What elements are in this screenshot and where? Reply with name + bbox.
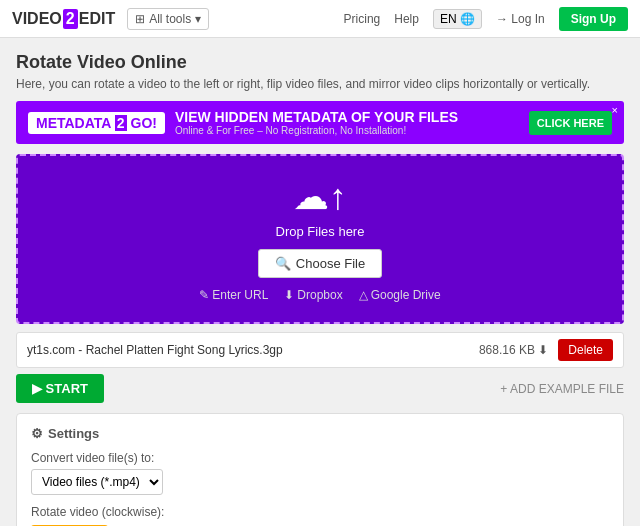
drop-links: ✎ Enter URL ⬇ Dropbox △ Google Drive (38, 288, 602, 302)
settings-box: ⚙ Settings Convert video file(s) to: Vid… (16, 413, 624, 526)
file-row: yt1s.com - Rachel Platten Fight Song Lyr… (16, 332, 624, 368)
link-icon: ✎ (199, 288, 209, 302)
all-tools-label: All tools (149, 12, 191, 26)
gear-icon: ⚙ (31, 426, 43, 441)
convert-select[interactable]: Video files (*.mp4) (31, 469, 163, 495)
header-links: Pricing Help EN 🌐 → Log In Sign Up (344, 7, 628, 31)
google-drive-link[interactable]: △ Google Drive (359, 288, 441, 302)
start-button-top[interactable]: ▶ START (16, 374, 104, 403)
ad-text: VIEW HIDDEN METADATA OF YOUR FILES Onlin… (175, 109, 529, 136)
lang-button[interactable]: EN 🌐 (433, 9, 482, 29)
rotate-label: Rotate video (clockwise): (31, 505, 609, 519)
add-example-link[interactable]: + ADD EXAMPLE FILE (500, 382, 624, 396)
enter-url-link[interactable]: ✎ Enter URL (199, 288, 268, 302)
convert-label: Convert video file(s) to: (31, 451, 609, 465)
header: VIDEO2EDIT ⊞ All tools ▾ Pricing Help EN… (0, 0, 640, 38)
page-content: Rotate Video Online Here, you can rotate… (0, 38, 640, 526)
page-description: Here, you can rotate a video to the left… (16, 77, 624, 91)
ad-cta-button[interactable]: CLICK HERE (529, 111, 612, 135)
ad-title: VIEW HIDDEN METADATA OF YOUR FILES (175, 109, 529, 125)
ad-close-button[interactable]: × (612, 104, 618, 116)
all-tools-button[interactable]: ⊞ All tools ▾ (127, 8, 209, 30)
upload-cloud-icon: ☁↑ (38, 176, 602, 218)
convert-row: Convert video file(s) to: Video files (*… (31, 451, 609, 495)
drive-icon: △ (359, 288, 368, 302)
rotate-row: Rotate video (clockwise): 90° (31, 505, 609, 526)
delete-button[interactable]: Delete (558, 339, 613, 361)
logo: VIDEO2EDIT (12, 9, 115, 29)
page-title: Rotate Video Online (16, 52, 624, 73)
choose-file-label: Choose File (296, 256, 365, 271)
download-icon: ⬇ (538, 343, 548, 357)
ad-subtitle: Online & For Free – No Registration, No … (175, 125, 529, 136)
ad-banner: METADATA 2 GO! VIEW HIDDEN METADATA OF Y… (16, 101, 624, 144)
start-row-top: ▶ START + ADD EXAMPLE FILE (16, 374, 624, 403)
logo-edit: EDIT (79, 10, 115, 28)
drop-zone[interactable]: ☁↑ Drop Files here 🔍 Choose File ✎ Enter… (16, 154, 624, 324)
ad-logo: METADATA 2 GO! (28, 112, 165, 134)
drop-files-text: Drop Files here (38, 224, 602, 239)
login-link[interactable]: → Log In (496, 12, 545, 26)
file-name: yt1s.com - Rachel Platten Fight Song Lyr… (27, 343, 479, 357)
dropbox-link[interactable]: ⬇ Dropbox (284, 288, 342, 302)
file-size: 868.16 KB ⬇ (479, 343, 548, 357)
settings-title: ⚙ Settings (31, 426, 609, 441)
logo-video: VIDEO (12, 10, 62, 28)
grid-icon: ⊞ (135, 12, 145, 26)
login-icon: → (496, 12, 508, 26)
chevron-down-icon: ▾ (195, 12, 201, 26)
signup-button[interactable]: Sign Up (559, 7, 628, 31)
search-icon: 🔍 (275, 256, 291, 271)
dropbox-icon: ⬇ (284, 288, 294, 302)
logo-2: 2 (63, 9, 78, 29)
choose-file-button[interactable]: 🔍 Choose File (258, 249, 382, 278)
pricing-link[interactable]: Pricing (344, 12, 381, 26)
help-link[interactable]: Help (394, 12, 419, 26)
